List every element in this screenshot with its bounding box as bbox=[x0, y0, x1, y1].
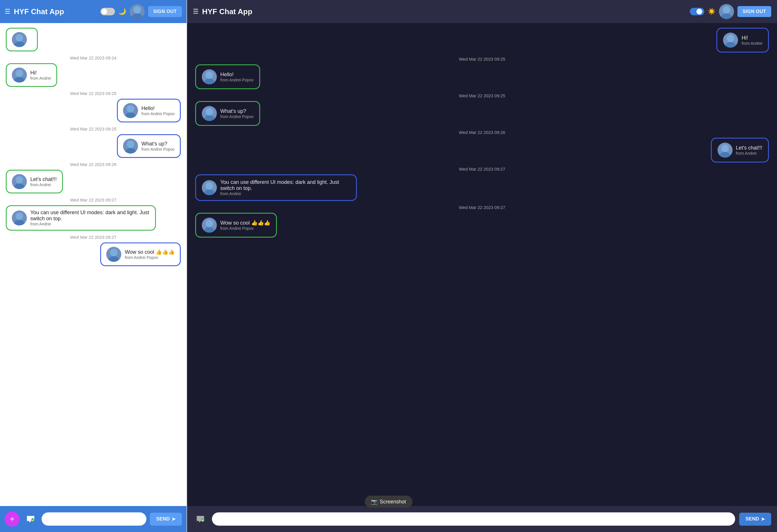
footer-dark: SEND ➤ bbox=[187, 506, 777, 532]
toggle-track-light[interactable] bbox=[101, 8, 115, 15]
app-title-dark: HYF Chat App bbox=[202, 7, 686, 16]
theme-toggle-dark[interactable] bbox=[690, 8, 704, 15]
svg-point-2 bbox=[14, 41, 25, 47]
msg-from-4-light: from Andrei bbox=[30, 182, 57, 187]
msg-avatar bbox=[12, 32, 27, 47]
screenshot-icon: 📷 bbox=[371, 499, 377, 505]
hamburger-icon-light[interactable]: ☰ bbox=[5, 8, 10, 15]
msg-bubble-5-light: You can use different UI modes: dark and… bbox=[6, 205, 156, 231]
screenshot-label: Screenshot bbox=[380, 499, 406, 505]
timestamp-2-dark: Wed Mar 22 2023 09:25 bbox=[195, 93, 769, 98]
timestamp-2-light: Wed Mar 22 2023 09:25 bbox=[6, 91, 181, 96]
svg-point-10 bbox=[14, 183, 25, 189]
msg-bubble-4-light: Let's chat!!! from Andrei bbox=[6, 170, 63, 193]
svg-point-0 bbox=[131, 13, 143, 19]
msg-from-1-dark: from Andrei Popov bbox=[220, 78, 253, 82]
msg-bubble-top-dark: Hi! from Andrei bbox=[716, 28, 769, 52]
messages-area-dark: Hi! from Andrei Wed Mar 22 2023 09:25 He… bbox=[187, 23, 777, 506]
send-button-dark[interactable]: SEND ➤ bbox=[739, 513, 771, 526]
msg-from-1-light: from Andrei bbox=[30, 76, 51, 81]
svg-point-22 bbox=[206, 71, 213, 79]
svg-point-12 bbox=[14, 220, 25, 226]
svg-point-26 bbox=[721, 145, 729, 152]
svg-point-3 bbox=[16, 34, 23, 41]
msg-avatar-2-dark bbox=[202, 106, 217, 121]
msg-row-4-dark: You can use different UI modes: dark and… bbox=[195, 174, 769, 201]
msg-text-4-dark: You can use different UI modes: dark and… bbox=[220, 179, 350, 191]
msg-row-3-light: What's up? from Andrei Popov bbox=[6, 134, 181, 158]
svg-point-23 bbox=[204, 115, 215, 121]
msg-avatar-4-light bbox=[12, 174, 27, 189]
svg-point-13 bbox=[16, 213, 23, 220]
msg-from-3-dark: from Andrei bbox=[736, 151, 763, 156]
msg-text-5-light: You can use different UI modes: dark and… bbox=[30, 210, 150, 222]
msg-avatar-3-dark bbox=[717, 143, 733, 158]
svg-point-24 bbox=[206, 108, 213, 116]
timestamp-1-light: Wed Mar 22 2023 09:24 bbox=[6, 55, 181, 60]
msg-row-1-dark: Hello! from Andrei Popov bbox=[195, 64, 769, 89]
toggle-thumb-dark bbox=[696, 9, 702, 14]
msg-from-4-dark: from Andrei bbox=[220, 191, 350, 196]
msg-row-5-light: You can use different UI modes: dark and… bbox=[6, 205, 181, 231]
msg-bubble-partial bbox=[6, 28, 38, 51]
timestamp-2b-light: Wed Mar 22 2023 09:25 bbox=[6, 126, 181, 131]
screenshot-badge: 📷 Screenshot bbox=[365, 496, 412, 508]
timestamp-1-dark: Wed Mar 22 2023 09:25 bbox=[195, 56, 769, 61]
msg-text-2-dark: What's up? bbox=[220, 108, 253, 114]
msg-bubble-3-light: What's up? from Andrei Popov bbox=[117, 134, 181, 158]
svg-point-29 bbox=[204, 227, 215, 233]
msg-bubble-1-light: Hi! from Andrei bbox=[6, 63, 57, 87]
hamburger-icon-dark[interactable]: ☰ bbox=[193, 8, 199, 15]
msg-from-2-dark: from Andrei Popov bbox=[220, 114, 253, 119]
svg-point-27 bbox=[204, 189, 215, 195]
msg-avatar-2-light bbox=[123, 103, 138, 118]
chat-icon-button-light[interactable] bbox=[23, 512, 38, 527]
msg-row-1-light: Hi! from Andrei bbox=[6, 63, 181, 87]
msg-text-3-light: What's up? bbox=[141, 141, 175, 147]
msg-from-3-light: from Andrei Popov bbox=[141, 147, 175, 151]
svg-point-11 bbox=[16, 176, 23, 183]
timestamp-5-dark: Wed Mar 22 2023 09:27 bbox=[195, 205, 769, 210]
msg-bubble-3-dark: Let's chat!!! from Andrei bbox=[711, 138, 769, 162]
svg-point-5 bbox=[16, 70, 23, 77]
svg-point-18 bbox=[723, 6, 730, 14]
svg-point-9 bbox=[127, 141, 134, 148]
msg-row-4-light: Let's chat!!! from Andrei bbox=[6, 170, 181, 193]
msg-avatar-1-light bbox=[12, 68, 27, 83]
timestamp-4-light: Wed Mar 22 2023 09:27 bbox=[6, 197, 181, 203]
msg-from-5-light: from Andrei bbox=[30, 222, 150, 226]
footer-light: + SEND ➤ bbox=[0, 506, 187, 532]
msg-bubble-2-light: Hello! from Andrei Popov bbox=[117, 99, 181, 122]
header-dark: ☰ HYF Chat App ☀️ SIGN OUT bbox=[187, 0, 777, 23]
sun-icon-dark: ☀️ bbox=[708, 8, 715, 15]
toggle-track-dark[interactable] bbox=[690, 8, 704, 15]
svg-point-19 bbox=[725, 42, 736, 48]
msg-from-6-light: from Andrei Popov bbox=[125, 255, 175, 260]
chat-icon-button-dark[interactable] bbox=[193, 512, 208, 527]
msg-row-top-dark: Hi! from Andrei bbox=[195, 28, 769, 52]
msg-bubble-2-dark: What's up? from Andrei Popov bbox=[195, 101, 260, 126]
timestamp-3-light: Wed Mar 22 2023 09:26 bbox=[6, 162, 181, 167]
message-input-light[interactable] bbox=[41, 512, 146, 526]
msg-avatar-4-dark bbox=[202, 180, 217, 195]
svg-point-15 bbox=[110, 249, 117, 256]
send-button-light[interactable]: SEND ➤ bbox=[150, 513, 182, 526]
msg-row-2-light: Hello! from Andrei Popov bbox=[6, 99, 181, 122]
moon-icon-light: 🌙 bbox=[118, 8, 126, 15]
msg-text-3-dark: Let's chat!!! bbox=[736, 145, 763, 151]
theme-toggle-light[interactable] bbox=[101, 8, 115, 15]
header-light: ☰ HYF Chat App 🌙 SIGN OUT bbox=[0, 0, 187, 23]
sign-out-button-dark[interactable]: SIGN OUT bbox=[738, 6, 771, 17]
msg-text-1-light: Hi! bbox=[30, 70, 51, 76]
svg-point-7 bbox=[127, 105, 134, 113]
timestamp-5-light: Wed Mar 22 2023 09:27 bbox=[6, 235, 181, 240]
svg-point-21 bbox=[204, 79, 215, 84]
message-input-dark[interactable] bbox=[212, 512, 735, 526]
plus-button-light[interactable]: + bbox=[5, 512, 20, 527]
sign-out-button-light[interactable]: SIGN OUT bbox=[148, 6, 182, 17]
svg-point-25 bbox=[719, 152, 731, 158]
dark-panel: ☰ HYF Chat App ☀️ SIGN OUT Hi! bbox=[187, 0, 777, 532]
light-panel: ☰ HYF Chat App 🌙 SIGN OUT bbox=[0, 0, 187, 532]
svg-point-28 bbox=[206, 182, 213, 190]
svg-point-20 bbox=[727, 35, 734, 42]
